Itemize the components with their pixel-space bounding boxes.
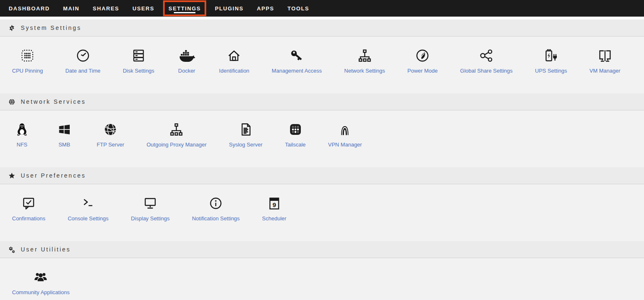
section-body-network-services: NFS SMB FTP Server Outgoing Proxy Mana <box>0 110 644 167</box>
docker-whale-icon <box>178 47 195 64</box>
svg-text:9: 9 <box>273 201 276 208</box>
tile-confirmations[interactable]: Confirmations <box>1 195 56 222</box>
nav-item-plugins[interactable]: PLUGINS <box>210 0 248 17</box>
cpu-pinning-icon <box>19 47 36 64</box>
log-document-icon <box>237 121 254 138</box>
tile-label: NFS <box>17 141 27 148</box>
vpn-arch-icon <box>337 121 353 138</box>
tile-power-mode[interactable]: Power Mode <box>396 47 449 74</box>
tile-label: Network Settings <box>344 68 385 74</box>
tile-date-and-time[interactable]: Date and Time <box>54 47 112 74</box>
users-group-icon <box>32 269 49 285</box>
tile-label: Syslog Server <box>229 141 263 148</box>
nav-item-shares[interactable]: SHARES <box>88 0 124 17</box>
vm-windows-icon <box>597 47 613 64</box>
tile-notification-settings[interactable]: Notification Settings <box>181 195 251 222</box>
nav-item-apps[interactable]: APPS <box>252 0 279 17</box>
tile-management-access[interactable]: Management Access <box>261 47 333 74</box>
tile-label: Tailscale <box>285 141 306 148</box>
section-header-user-preferences: User Preferences <box>0 167 644 184</box>
tile-outgoing-proxy-manager[interactable]: Outgoing Proxy Manager <box>135 121 218 148</box>
calendar-icon: 9 <box>266 195 283 212</box>
tile-identification[interactable]: Identification <box>208 47 261 74</box>
tile-scheduler[interactable]: 9 Scheduler <box>251 195 298 222</box>
tile-label: Console Settings <box>68 215 108 222</box>
nav-item-dashboard[interactable]: DASHBOARD <box>4 0 54 17</box>
section-title: System Settings <box>21 24 81 31</box>
globe-icon <box>8 98 15 105</box>
leaf-circle-icon <box>414 47 431 64</box>
battery-plug-icon <box>543 47 559 64</box>
nav-gap-strip <box>0 17 644 20</box>
active-tab-underline <box>174 12 195 13</box>
tile-ups-settings[interactable]: UPS Settings <box>524 47 578 74</box>
tile-label: Disk Settings <box>123 68 154 74</box>
tile-vpn-manager[interactable]: VPN Manager <box>317 121 373 148</box>
clock-icon <box>75 47 91 64</box>
house-icon <box>226 47 242 64</box>
tile-label: Scheduler <box>262 215 287 222</box>
tile-console-settings[interactable]: Console Settings <box>56 195 120 222</box>
nav-item-tools[interactable]: TOOLS <box>283 0 314 17</box>
tile-docker[interactable]: Docker <box>166 47 208 74</box>
tile-label: FTP Server <box>97 141 124 148</box>
tile-vm-manager[interactable]: VM Manager <box>578 47 632 74</box>
tile-global-share-settings[interactable]: Global Share Settings <box>449 47 524 74</box>
tile-community-applications[interactable]: Community Applications <box>1 269 81 295</box>
nav-item-main[interactable]: MAIN <box>59 0 84 17</box>
tile-label: Management Access <box>272 68 322 74</box>
tile-display-settings[interactable]: Display Settings <box>120 195 181 222</box>
tile-label: Confirmations <box>12 215 45 222</box>
tile-label: Community Applications <box>12 289 70 295</box>
terminal-icon <box>80 195 96 212</box>
windows-logo-icon <box>56 121 73 138</box>
server-stack-icon <box>130 47 147 64</box>
tile-network-settings[interactable]: Network Settings <box>333 47 396 74</box>
section-header-user-utilities: User Utilities <box>0 241 644 258</box>
section-header-network-services: Network Services <box>0 93 644 110</box>
section-body-user-utilities: Community Applications <box>0 258 644 300</box>
tile-label: SMB <box>59 141 70 148</box>
tile-label: UPS Settings <box>535 68 567 74</box>
nav-item-users[interactable]: USERS <box>128 0 159 17</box>
tile-disk-settings[interactable]: Disk Settings <box>112 47 166 74</box>
share-nodes-icon <box>478 47 495 64</box>
star-icon <box>8 172 15 179</box>
tile-label: Global Share Settings <box>460 68 512 74</box>
tile-label: Display Settings <box>131 215 169 222</box>
monitor-icon <box>142 195 159 212</box>
tile-nfs[interactable]: NFS <box>1 121 43 148</box>
top-nav-bar: DASHBOARD MAIN SHARES USERS SETTINGS PLU… <box>0 0 644 17</box>
tile-label: Notification Settings <box>192 215 240 222</box>
tailscale-dots-icon <box>287 121 304 138</box>
tile-label: VPN Manager <box>328 141 362 148</box>
section-body-system-settings: CPU Pinning Date and Time Disk Settings <box>0 37 644 93</box>
nav-item-settings[interactable]: SETTINGS <box>163 0 206 16</box>
section-title: Network Services <box>21 98 86 105</box>
tile-cpu-pinning[interactable]: CPU Pinning <box>1 47 54 74</box>
sitemap-icon <box>356 47 373 64</box>
nav-item-settings-label: SETTINGS <box>168 5 201 12</box>
tile-label: CPU Pinning <box>12 68 43 74</box>
tile-label: Outgoing Proxy Manager <box>146 141 207 148</box>
tile-label: Power Mode <box>407 68 438 74</box>
tile-ftp-server[interactable]: FTP Server <box>85 121 135 148</box>
linux-penguin-icon <box>14 121 30 138</box>
tile-label: Identification <box>219 68 249 74</box>
gears-icon <box>8 246 15 253</box>
key-icon <box>288 47 305 64</box>
section-body-user-preferences: Confirmations Console Settings Display S… <box>0 184 644 241</box>
section-header-system-settings: System Settings <box>0 20 644 37</box>
tile-syslog-server[interactable]: Syslog Server <box>218 121 274 148</box>
comment-check-icon <box>20 195 37 212</box>
tile-label: Docker <box>178 68 195 74</box>
tile-tailscale[interactable]: Tailscale <box>274 121 317 148</box>
info-circle-icon <box>207 195 224 212</box>
section-title: User Utilities <box>21 246 71 253</box>
globe-sphere-icon <box>102 121 119 138</box>
sitemap-icon <box>168 121 185 138</box>
gear-icon <box>8 24 15 32</box>
tile-smb[interactable]: SMB <box>43 121 85 148</box>
tile-label: VM Manager <box>590 68 620 74</box>
tile-label: Date and Time <box>65 68 100 74</box>
